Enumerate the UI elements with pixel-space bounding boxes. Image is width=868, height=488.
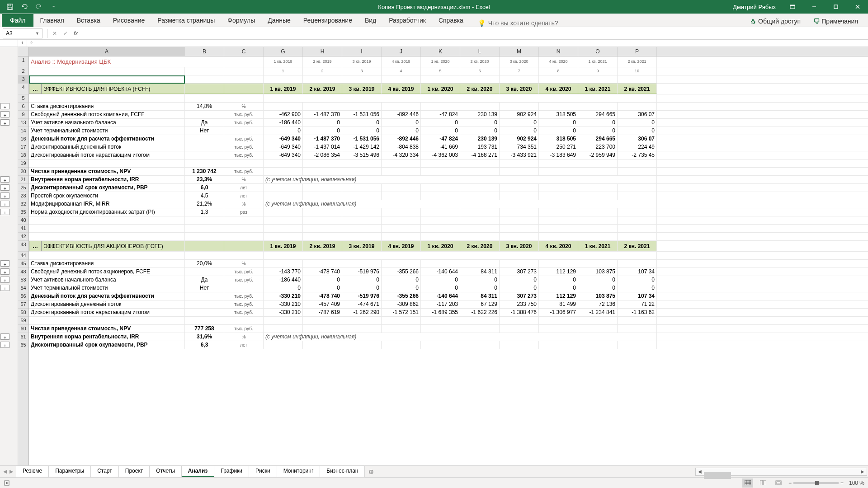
cell[interactable] — [264, 94, 657, 102]
cell-data[interactable]: 0 — [618, 119, 657, 127]
cell-data[interactable]: 0 — [578, 119, 618, 127]
redo-button[interactable] — [33, 0, 45, 13]
col-header-P[interactable]: P — [618, 47, 657, 56]
cell[interactable] — [421, 325, 460, 333]
cell-data[interactable]: 230 139 — [460, 135, 500, 143]
section-period[interactable]: 3 кв. 2020 — [500, 84, 539, 94]
accept-formula-button[interactable]: ✓ — [60, 30, 71, 37]
cell-label[interactable]: Внутренняя норма рентабельности, IRR — [29, 176, 185, 183]
cell-data[interactable]: -519 976 — [342, 292, 382, 300]
tab-file[interactable]: Файл — [2, 14, 33, 27]
tab-help[interactable]: Справка — [432, 14, 470, 27]
period-header[interactable]: 2 кв. 2021 — [618, 56, 657, 67]
cell-data[interactable]: -3 515 496 — [342, 151, 382, 159]
cell[interactable] — [460, 184, 500, 192]
section-period[interactable]: 4 кв. 2019 — [382, 84, 421, 94]
cell-unit[interactable]: лет — [224, 341, 264, 349]
cell[interactable] — [618, 192, 657, 200]
cell-data[interactable]: 0 — [421, 127, 460, 135]
cell-label[interactable]: Денежный поток для расчета эффективности — [29, 135, 185, 143]
cell[interactable] — [382, 325, 421, 333]
cell[interactable] — [421, 260, 460, 267]
cell-value[interactable]: Да — [185, 276, 224, 284]
cell[interactable] — [185, 94, 224, 102]
cell[interactable] — [303, 168, 342, 175]
cell-data[interactable]: -1 572 151 — [382, 309, 421, 316]
select-all-cell[interactable] — [18, 47, 28, 56]
cell[interactable] — [578, 325, 618, 333]
cell-label[interactable] — [29, 160, 185, 167]
cell-data[interactable]: 250 271 — [539, 143, 578, 151]
cell-value[interactable]: 1 230 742 — [185, 168, 224, 175]
cell-data[interactable]: -330 210 — [264, 300, 303, 308]
section-period[interactable]: 1 кв. 2021 — [578, 241, 618, 251]
cell-note[interactable]: (с учетом инфляции, номинальная) — [264, 200, 657, 208]
cell-data[interactable]: -140 644 — [421, 268, 460, 276]
cell-value[interactable]: 1,3 — [185, 208, 224, 216]
cell-data[interactable]: 0 — [539, 284, 578, 292]
cell-data[interactable]: -474 671 — [342, 300, 382, 308]
cell-data[interactable]: -1 429 142 — [342, 143, 382, 151]
cell-unit[interactable] — [224, 233, 264, 240]
col-header-A[interactable]: A — [29, 47, 185, 56]
cell[interactable] — [539, 260, 578, 267]
cell[interactable] — [382, 75, 421, 83]
cell-data[interactable]: -4 362 003 — [421, 151, 460, 159]
cell[interactable] — [539, 216, 578, 224]
cell-data[interactable]: 0 — [500, 284, 539, 292]
section-period[interactable]: 1 кв. 2019 — [264, 84, 303, 94]
period-header[interactable]: 1 кв. 2021 — [578, 56, 618, 67]
cell-data[interactable]: 0 — [460, 127, 500, 135]
row-header[interactable]: 9 — [18, 111, 28, 119]
cell-value[interactable] — [185, 160, 224, 167]
cell[interactable] — [460, 208, 500, 216]
view-page-layout-button[interactable] — [758, 479, 769, 488]
cell[interactable] — [382, 317, 421, 324]
cell-data[interactable]: 0 — [618, 276, 657, 284]
cell-data[interactable]: 0 — [303, 276, 342, 284]
cell-data[interactable]: 0 — [421, 119, 460, 127]
cell[interactable] — [421, 208, 460, 216]
cell[interactable] — [303, 160, 342, 167]
section-title[interactable]: ЭФФЕКТИВНОСТЬ ДЛЯ АКЦИОНЕРОВ (FCFE) — [42, 241, 185, 251]
cell-label[interactable] — [29, 317, 185, 324]
cell-data[interactable]: -478 740 — [303, 268, 342, 276]
cell[interactable] — [382, 168, 421, 175]
row-header[interactable]: 4 — [18, 84, 28, 94]
cell[interactable] — [618, 168, 657, 175]
row-header[interactable]: 53 — [18, 276, 28, 284]
cell[interactable] — [578, 260, 618, 267]
period-number[interactable]: 6 — [460, 67, 500, 75]
cell-data[interactable]: 223 700 — [578, 143, 618, 151]
cell-label[interactable]: Дисконтированный срок окупаемости, PBP — [29, 341, 185, 349]
outline-expand[interactable]: + — [0, 209, 9, 215]
cell-data[interactable]: 0 — [500, 119, 539, 127]
cell-data[interactable]: 224 49 — [618, 143, 657, 151]
fx-icon[interactable]: fx — [71, 30, 80, 37]
cell[interactable] — [421, 103, 460, 110]
cell-unit[interactable] — [224, 225, 264, 232]
cell-data[interactable]: 294 665 — [578, 135, 618, 143]
cell[interactable] — [264, 325, 303, 333]
cell-data[interactable]: 0 — [342, 119, 382, 127]
cell-value[interactable]: 6,3 — [185, 341, 224, 349]
cell-data[interactable]: -649 340 — [264, 143, 303, 151]
row-header[interactable]: 16 — [18, 135, 28, 143]
period-header[interactable]: 1 кв. 2019 — [264, 56, 303, 67]
outline-expand[interactable]: + — [0, 103, 9, 109]
cell-unit[interactable]: тыс. руб. — [224, 111, 264, 118]
cell-label[interactable]: Чистая приведенная стоимость, NPV — [29, 325, 185, 333]
outline-col-2[interactable]: 2 — [27, 40, 36, 47]
cell-note[interactable]: (с учетом инфляции, номинальная) — [264, 333, 657, 341]
cell-data[interactable]: -1 262 290 — [342, 309, 382, 316]
cell[interactable] — [618, 341, 657, 349]
undo-button[interactable] — [18, 0, 31, 13]
maximize-button[interactable] — [826, 0, 846, 14]
row-header[interactable]: 56 — [18, 292, 28, 300]
cell-label[interactable]: Чистая приведенная стоимость, NPV — [29, 168, 185, 175]
cell-data[interactable]: -1 163 62 — [618, 309, 657, 316]
period-header[interactable]: 1 кв. 2020 — [421, 56, 460, 67]
cell[interactable] — [618, 160, 657, 167]
cell-value[interactable] — [185, 317, 224, 324]
cell-data[interactable]: 0 — [264, 284, 303, 292]
